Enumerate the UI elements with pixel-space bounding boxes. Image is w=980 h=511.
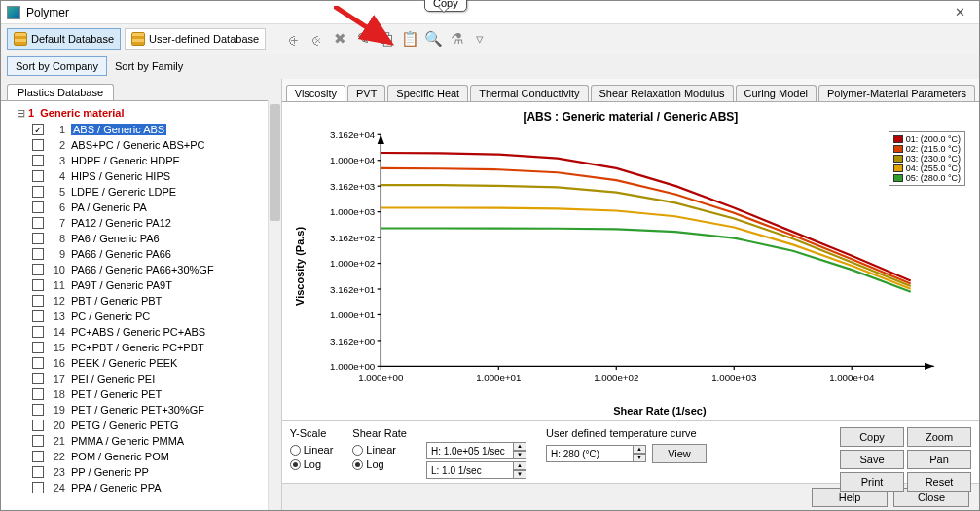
tree-item[interactable]: 7PA12 / Generic PA12 bbox=[1, 215, 281, 231]
legend-entry: 03: (230.0 °C) bbox=[893, 154, 961, 164]
checkbox-icon[interactable] bbox=[32, 451, 44, 462]
tree-item[interactable]: 8PA6 / Generic PA6 bbox=[1, 231, 281, 246]
checkbox-icon[interactable] bbox=[32, 233, 44, 244]
pan-button[interactable]: Pan bbox=[907, 450, 971, 469]
tab-polymer-material-parameters[interactable]: Polymer-Material Parameters bbox=[818, 85, 975, 101]
svg-text:1.000e+01: 1.000e+01 bbox=[330, 310, 375, 320]
tree-item[interactable]: 13PC / Generic PC bbox=[1, 309, 281, 324]
reset-button[interactable]: Reset bbox=[907, 472, 971, 492]
tree-item[interactable]: 5LDPE / Generic LDPE bbox=[1, 184, 281, 200]
tree-item[interactable]: 11PA9T / Generic PA9T bbox=[1, 277, 281, 293]
user-database-button[interactable]: User-defined Database bbox=[125, 28, 266, 50]
checkbox-icon[interactable] bbox=[32, 435, 44, 447]
delete-icon[interactable]: ✖ bbox=[330, 29, 349, 49]
checkbox-icon[interactable] bbox=[32, 466, 44, 478]
tree-item[interactable]: 15PC+PBT / Generic PC+PBT bbox=[1, 340, 281, 355]
yscale-linear-radio[interactable]: Linear bbox=[290, 444, 334, 456]
tree-item[interactable]: 4HIPS / Generic HIPS bbox=[1, 168, 281, 184]
tree-item[interactable]: 10PA66 / Generic PA66+30%GF bbox=[1, 262, 281, 277]
tree-item[interactable]: 9PA66 / Generic PA66 bbox=[1, 246, 281, 262]
material-tree[interactable]: 1 Generic material✓1ABS / Generic ABS2AB… bbox=[1, 100, 281, 510]
tab-pvt[interactable]: PVT bbox=[347, 85, 385, 101]
checkbox-icon[interactable] bbox=[32, 326, 44, 338]
shear-high-input[interactable]: H: 1.0e+05 1/sec bbox=[426, 442, 514, 459]
checkbox-icon[interactable] bbox=[32, 482, 44, 493]
window-close-button[interactable]: ✕ bbox=[946, 3, 973, 22]
checkbox-icon[interactable] bbox=[32, 310, 44, 322]
y-axis-label: Viscosity (Pa.s) bbox=[292, 128, 308, 405]
tree-item[interactable]: 22POM / Generic POM bbox=[1, 449, 281, 464]
tab-specific-heat[interactable]: Specific Heat bbox=[387, 85, 468, 101]
checkbox-icon[interactable] bbox=[32, 217, 44, 229]
shear-low-input[interactable]: L: 1.0 1/sec bbox=[426, 461, 514, 479]
tree-item[interactable]: ✓1ABS / Generic ABS bbox=[1, 122, 281, 137]
shear-log-radio[interactable]: Log bbox=[352, 458, 407, 470]
checkbox-icon[interactable] bbox=[32, 139, 44, 151]
tree-item[interactable]: 17PEI / Generic PEI bbox=[1, 371, 281, 386]
edit-icon[interactable]: ✎ bbox=[353, 29, 373, 49]
temp-input[interactable]: H: 280 (°C) bbox=[546, 445, 634, 462]
default-database-button[interactable]: Default Database bbox=[7, 28, 121, 50]
shear-linear-radio[interactable]: Linear bbox=[352, 444, 407, 456]
checkbox-icon[interactable] bbox=[32, 342, 44, 353]
checkbox-icon[interactable] bbox=[32, 155, 44, 166]
tab-shear-relaxation-modulus[interactable]: Shear Relaxation Modulus bbox=[591, 85, 734, 101]
tree-item[interactable]: 23PP / Generic PP bbox=[1, 464, 281, 480]
plastics-database-tab[interactable]: Plastics Database bbox=[7, 84, 114, 100]
filter-icon[interactable]: ▿ bbox=[470, 29, 490, 49]
remove-icon[interactable]: ⨴ bbox=[307, 29, 326, 49]
tree-item[interactable]: 24PPA / Generic PPA bbox=[1, 480, 281, 495]
shear-high-spinner[interactable]: ▲▼ bbox=[513, 442, 526, 459]
checkbox-icon[interactable] bbox=[32, 388, 44, 400]
tree-item[interactable]: 6PA / Generic PA bbox=[1, 200, 281, 215]
checkbox-icon[interactable] bbox=[32, 357, 44, 369]
tree-scrollbar[interactable] bbox=[268, 100, 281, 510]
checkbox-icon[interactable] bbox=[32, 404, 44, 416]
copy-button[interactable]: Copy bbox=[840, 427, 904, 447]
temp-spinner[interactable]: ▲▼ bbox=[633, 445, 646, 462]
view-button[interactable]: View bbox=[652, 444, 707, 463]
svg-text:3.162e+01: 3.162e+01 bbox=[330, 284, 375, 295]
checkbox-icon[interactable] bbox=[32, 295, 44, 307]
tree-item[interactable]: 2ABS+PC / Generic ABS+PC bbox=[1, 137, 281, 153]
tab-curing-model[interactable]: Curing Model bbox=[736, 85, 817, 101]
shear-group: Shear Rate Linear Log bbox=[352, 427, 407, 470]
tree-item[interactable]: 12PBT / Generic PBT bbox=[1, 293, 281, 309]
checkbox-icon[interactable] bbox=[32, 170, 44, 182]
checkbox-icon[interactable] bbox=[32, 248, 44, 260]
checkbox-icon[interactable]: ✓ bbox=[32, 124, 44, 135]
paste-icon[interactable]: 📋 bbox=[400, 29, 419, 49]
compare-icon[interactable]: ⚗ bbox=[447, 29, 466, 49]
legend-entry: 04: (255.0 °C) bbox=[893, 164, 961, 173]
tree-item[interactable]: 21PMMA / Generic PMMA bbox=[1, 433, 281, 449]
print-button[interactable]: Print bbox=[840, 472, 904, 492]
viscosity-plot[interactable]: 01: (200.0 °C)02: (215.0 °C)03: (230.0 °… bbox=[308, 128, 969, 405]
legend-entry: 02: (215.0 °C) bbox=[893, 144, 961, 154]
tree-item[interactable]: 19PET / Generic PET+30%GF bbox=[1, 402, 281, 418]
save-button[interactable]: Save bbox=[840, 450, 904, 469]
checkbox-icon[interactable] bbox=[32, 186, 44, 198]
tree-item[interactable]: 16PEEK / Generic PEEK bbox=[1, 355, 281, 371]
checkbox-icon[interactable] bbox=[32, 373, 44, 384]
shear-low-spinner[interactable]: ▲▼ bbox=[513, 461, 526, 479]
add-icon[interactable]: ⨭ bbox=[283, 29, 303, 49]
tree-item[interactable]: 3HDPE / Generic HDPE bbox=[1, 153, 281, 168]
svg-text:1.000e+02: 1.000e+02 bbox=[594, 372, 638, 383]
search-icon[interactable]: 🔍 bbox=[423, 29, 443, 49]
yscale-log-radio[interactable]: Log bbox=[290, 458, 334, 470]
checkbox-icon[interactable] bbox=[32, 264, 44, 275]
checkbox-icon[interactable] bbox=[32, 279, 44, 291]
tree-item[interactable]: 18PET / Generic PET bbox=[1, 386, 281, 402]
zoom-button[interactable]: Zoom bbox=[907, 427, 971, 447]
sort-by-family-button[interactable]: Sort by Family bbox=[107, 57, 191, 75]
tab-viscosity[interactable]: Viscosity bbox=[286, 85, 345, 101]
tab-thermal-conductivity[interactable]: Thermal Conductivity bbox=[470, 85, 588, 101]
tree-item[interactable]: 14PC+ABS / Generic PC+ABS bbox=[1, 324, 281, 340]
sort-by-company-button[interactable]: Sort by Company bbox=[7, 56, 107, 76]
copy-icon[interactable] bbox=[377, 29, 396, 49]
tree-category[interactable]: 1 Generic material bbox=[1, 105, 281, 122]
checkbox-icon[interactable] bbox=[32, 420, 44, 431]
tree-item[interactable]: 20PETG / Generic PETG bbox=[1, 418, 281, 433]
checkbox-icon[interactable] bbox=[32, 201, 44, 213]
titlebar: Polymer ✕ bbox=[1, 1, 979, 24]
